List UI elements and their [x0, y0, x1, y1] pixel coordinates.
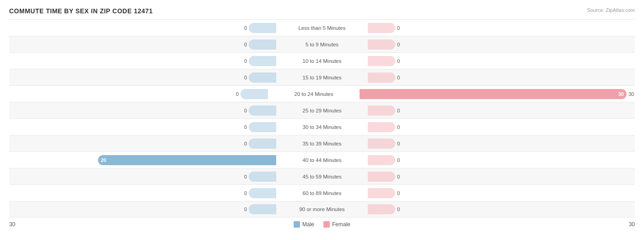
row-label: 45 to 59 Minutes — [276, 174, 368, 179]
male-label: Male — [302, 221, 314, 228]
chart-row: 030 to 34 Minutes0 — [9, 118, 635, 135]
female-value: 0 — [397, 174, 404, 179]
male-value: 0 — [240, 207, 247, 212]
legend-male: Male — [294, 221, 314, 228]
male-value: 0 — [240, 190, 247, 196]
female-swatch — [323, 221, 330, 228]
male-section: 20 — [9, 152, 276, 168]
chart-row: 060 to 89 Minutes0 — [9, 184, 635, 201]
female-section: 3030 — [360, 86, 635, 102]
female-value: 0 — [397, 141, 404, 146]
axis-label-right: 30 — [629, 221, 635, 228]
male-section: 0 — [9, 53, 276, 69]
legend: 30 Male Female 30 — [9, 221, 635, 228]
row-label: 90 or more Minutes — [276, 207, 368, 212]
chart-row: 020 to 24 Minutes3030 — [9, 85, 635, 102]
female-section: 0 — [368, 185, 635, 201]
male-section: 0 — [9, 102, 276, 118]
chart-row: 2040 to 44 Minutes0 — [9, 151, 635, 168]
female-section: 0 — [368, 36, 635, 52]
legend-female: Female — [323, 221, 350, 228]
female-section: 0 — [368, 69, 635, 85]
female-value: 0 — [397, 58, 404, 64]
female-section: 0 — [368, 201, 635, 217]
female-value: 0 — [397, 124, 404, 130]
male-section: 0 — [9, 20, 276, 36]
chart-row: 015 to 19 Minutes0 — [9, 69, 635, 85]
female-section: 0 — [368, 102, 635, 118]
male-value: 0 — [240, 42, 247, 47]
chart-title: COMMUTE TIME BY SEX IN ZIP CODE 12471 — [9, 7, 153, 15]
female-value: 30 — [628, 91, 635, 97]
male-bar-label: 20 — [98, 157, 109, 163]
chart-row: 0Less than 5 Minutes0 — [9, 19, 635, 36]
female-section: 0 — [368, 168, 635, 184]
male-section: 0 — [9, 119, 276, 135]
male-section: 0 — [9, 135, 276, 151]
female-bar-label: 30 — [616, 91, 627, 97]
male-section: 0 — [9, 168, 276, 184]
male-value: 0 — [240, 141, 247, 146]
male-bar: 20 — [98, 155, 276, 165]
female-value: 0 — [397, 42, 404, 47]
row-label: 40 to 44 Minutes — [276, 157, 368, 163]
row-label: 30 to 34 Minutes — [276, 124, 368, 130]
chart-header: COMMUTE TIME BY SEX IN ZIP CODE 12471 So… — [9, 7, 635, 15]
female-section: 0 — [368, 20, 635, 36]
chart-row: 035 to 39 Minutes0 — [9, 135, 635, 151]
female-value: 0 — [397, 75, 404, 80]
male-section: 0 — [9, 36, 276, 52]
axis-label-left: 30 — [9, 221, 15, 228]
male-value: 0 — [240, 58, 247, 64]
chart-row: 025 to 29 Minutes0 — [9, 102, 635, 118]
row-label: Less than 5 Minutes — [276, 25, 368, 31]
male-value: 0 — [240, 25, 247, 31]
male-section: 0 — [9, 201, 276, 217]
female-value: 0 — [397, 25, 404, 31]
female-section: 0 — [368, 119, 635, 135]
chart-row: 010 to 14 Minutes0 — [9, 52, 635, 69]
female-bar: 30 — [360, 89, 627, 99]
female-value: 0 — [397, 108, 404, 113]
chart-row: 05 to 9 Minutes0 — [9, 36, 635, 52]
male-value: 0 — [240, 75, 247, 80]
row-label: 60 to 89 Minutes — [276, 190, 368, 196]
chart-area: 0Less than 5 Minutes005 to 9 Minutes0010… — [9, 19, 635, 218]
row-label: 10 to 14 Minutes — [276, 58, 368, 64]
female-section: 0 — [368, 53, 635, 69]
male-value: 0 — [240, 174, 247, 179]
male-value: 0 — [240, 108, 247, 113]
male-section: 0 — [9, 185, 276, 201]
male-section: 0 — [9, 86, 268, 102]
row-label: 20 to 24 Minutes — [268, 91, 360, 97]
row-label: 5 to 9 Minutes — [276, 42, 368, 47]
row-label: 25 to 29 Minutes — [276, 108, 368, 113]
chart-row: 045 to 59 Minutes0 — [9, 168, 635, 184]
source-label: Source: ZipAtlas.com — [587, 7, 635, 13]
row-label: 15 to 19 Minutes — [276, 75, 368, 80]
male-value: 0 — [240, 124, 247, 130]
row-label: 35 to 39 Minutes — [276, 141, 368, 146]
chart-row: 090 or more Minutes0 — [9, 201, 635, 218]
male-value: 0 — [232, 91, 239, 97]
male-section: 0 — [9, 69, 276, 85]
female-label: Female — [332, 221, 350, 228]
female-value: 0 — [397, 207, 404, 212]
female-section: 0 — [368, 152, 635, 168]
male-swatch — [294, 221, 300, 228]
female-section: 0 — [368, 135, 635, 151]
legend-center: Male Female — [294, 221, 350, 228]
female-value: 0 — [397, 190, 404, 196]
female-value: 0 — [397, 157, 404, 163]
